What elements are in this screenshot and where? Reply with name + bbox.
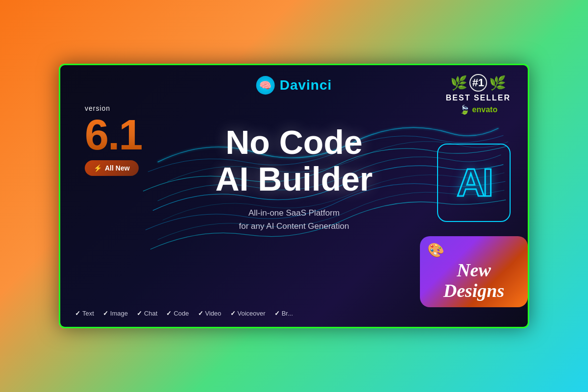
- feature-text: ✓ Text: [75, 310, 94, 317]
- ai-box: AI: [437, 144, 511, 222]
- brand-name: Davinci: [280, 77, 332, 93]
- palette-icon: 🎨: [427, 242, 444, 258]
- check-icon: ✓: [166, 310, 172, 317]
- new-designs-label: NewDesigns: [443, 260, 505, 301]
- brain-icon: 🧠: [256, 76, 275, 95]
- envato-name: envato: [472, 105, 498, 114]
- laurel-left-icon: 🌿: [450, 75, 467, 91]
- bestseller-label: BEST SELLER: [446, 94, 511, 102]
- feature-label: Br...: [282, 310, 293, 317]
- feature-video: ✓ Video: [198, 310, 221, 317]
- check-icon: ✓: [75, 310, 80, 317]
- feature-voiceover: ✓ Voiceover: [230, 310, 266, 317]
- version-section: version 6.1 ⚡ All New: [85, 104, 142, 176]
- feature-code: ✓ Code: [166, 310, 189, 317]
- check-icon: ✓: [198, 310, 203, 317]
- feature-more: ✓ Br...: [274, 310, 293, 317]
- ai-logo-section: AI: [437, 144, 511, 222]
- feature-label: Voiceover: [238, 310, 266, 317]
- version-number: 6.1: [85, 113, 142, 156]
- feature-label: Code: [173, 310, 189, 317]
- check-icon: ✓: [274, 310, 280, 317]
- ai-text: AI: [457, 160, 491, 205]
- envato-leaf-icon: 🍃: [459, 104, 470, 115]
- bestseller-section: 🌿 #1 🌿 BEST SELLER 🍃 envato: [446, 74, 511, 115]
- feature-label: Video: [205, 310, 221, 317]
- all-new-badge: ⚡ All New: [85, 160, 139, 176]
- feature-label: Chat: [144, 310, 157, 317]
- laurel-right-icon: 🌿: [489, 75, 506, 91]
- feature-label: Image: [110, 310, 128, 317]
- rank-badge: #1: [469, 74, 487, 92]
- subtitle: All-in-one SaaS Platform for any AI Cont…: [215, 206, 372, 233]
- lightning-icon: ⚡: [94, 164, 102, 172]
- check-icon: ✓: [137, 310, 142, 317]
- new-designs-badge: 🎨 NewDesigns: [420, 236, 528, 307]
- banner-background: 🧠 Davinci version 6.1 ⚡ All New No Code …: [60, 65, 528, 327]
- header: 🧠 Davinci: [256, 76, 332, 95]
- laurel-wreath: 🌿 #1 🌿: [446, 74, 511, 92]
- feature-image: ✓ Image: [103, 310, 128, 317]
- features-bar: ✓ Text ✓ Image ✓ Chat ✓ Code ✓ Video ✓ V…: [75, 310, 293, 317]
- all-new-label: All New: [105, 164, 130, 172]
- headline-section: No Code AI Builder All-in-one SaaS Platf…: [215, 124, 372, 233]
- headline-line1: No Code AI Builder: [215, 124, 372, 197]
- check-icon: ✓: [103, 310, 108, 317]
- feature-chat: ✓ Chat: [137, 310, 157, 317]
- envato-badge: 🍃 envato: [446, 104, 511, 115]
- check-icon: ✓: [230, 310, 236, 317]
- feature-label: Text: [82, 310, 94, 317]
- banner-wrapper: 🧠 Davinci version 6.1 ⚡ All New No Code …: [59, 64, 529, 328]
